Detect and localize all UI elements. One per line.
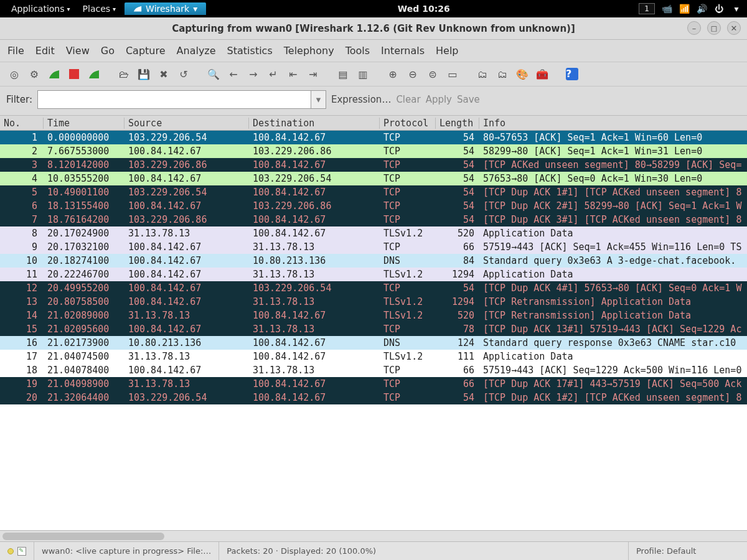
window-minimize-button[interactable]: – [687,21,701,35]
preferences-icon[interactable]: 🧰 [534,66,550,82]
packet-row[interactable]: 38.120142000103.229.206.86100.84.142.67T… [0,158,747,172]
menu-analyze[interactable]: Analyze [177,45,216,57]
packet-row[interactable]: 618.13155400100.84.142.67103.229.206.86T… [0,199,747,213]
horizontal-scrollbar[interactable] [0,530,747,541]
network-icon[interactable]: 📶 [679,4,690,14]
camera-icon[interactable]: 📹 [661,4,672,14]
packet-row[interactable]: 1120.22246700100.84.142.6731.13.78.13TLS… [0,268,747,281]
menu-tools[interactable]: Tools [345,45,370,57]
status-expert-info[interactable] [0,542,34,560]
menu-file[interactable]: File [7,45,24,57]
chevron-down-icon[interactable]: ▾ [731,4,742,14]
go-last-icon[interactable]: ⇥ [305,66,321,82]
gnome-active-app[interactable]: Wireshark ▾ [125,2,206,15]
cell-length: 54 [436,132,479,143]
packet-list[interactable]: No. Time Source Destination Protocol Len… [0,116,747,530]
packet-row[interactable]: 718.76164200103.229.206.86100.84.142.67T… [0,213,747,226]
cell-source: 103.229.206.86 [125,214,249,225]
colorize-icon[interactable]: ▤ [335,66,351,82]
expert-info-icon [7,548,14,554]
menu-internals[interactable]: Internals [381,45,425,57]
status-packets: Packets: 20 · Displayed: 20 (100.0%) [219,542,629,560]
cell-source: 100.84.142.67 [125,282,249,294]
cell-destination: 103.229.206.86 [249,146,380,157]
power-icon[interactable]: ⏻ [713,4,725,14]
packet-row[interactable]: 1821.04078400100.84.142.6731.13.78.13TCP… [0,363,747,377]
go-first-icon[interactable]: ⇤ [285,66,301,82]
col-destination[interactable]: Destination [249,118,380,129]
gnome-apps-menu[interactable]: Applications ▾ [5,4,77,14]
packet-row[interactable]: 920.17032100100.84.142.6731.13.78.13TCP6… [0,240,747,254]
packet-row[interactable]: 1521.02095600100.84.142.6731.13.78.13TCP… [0,322,747,336]
start-capture-icon[interactable] [46,66,62,82]
goto-icon[interactable]: ↵ [265,66,281,82]
stop-capture-icon[interactable] [66,66,82,82]
go-back-icon[interactable]: ← [225,66,242,82]
filter-dropdown-button[interactable]: ▾ [311,90,326,109]
filter-clear-button[interactable]: Clear [396,94,420,105]
packet-row[interactable]: 1621.0217390010.80.213.136100.84.142.67D… [0,336,747,350]
gnome-clock[interactable]: Wed 10:26 [209,4,639,14]
resize-columns-icon[interactable]: ▭ [444,66,461,82]
packet-row[interactable]: 1921.0409890031.13.78.13100.84.142.67TCP… [0,377,747,391]
autoscroll-icon[interactable]: ▥ [355,66,371,82]
volume-icon[interactable]: 🔊 [696,4,707,14]
reload-icon[interactable]: ↺ [176,66,192,82]
interfaces-icon[interactable]: ◎ [6,66,22,82]
packet-row[interactable]: 1020.18274100100.84.142.6710.80.213.136D… [0,254,747,268]
zoom-in-icon[interactable]: ⊕ [385,66,401,82]
window-close-button[interactable]: ✕ [727,21,741,35]
cell-destination: 31.13.78.13 [249,241,380,253]
menu-go[interactable]: Go [101,45,115,57]
packet-row[interactable]: 410.03555200100.84.142.67103.229.206.54T… [0,172,747,185]
cell-time: 21.02095600 [44,324,125,335]
cell-info: 57519→443 [ACK] Seq=1229 Ack=500 Win=116… [479,365,747,376]
menu-statistics[interactable]: Statistics [227,45,273,57]
coloring-rules-icon[interactable]: 🎨 [514,66,530,82]
workspace-indicator[interactable]: 1 [639,3,655,14]
status-profile[interactable]: Profile: Default [629,542,747,560]
filter-apply-button[interactable]: Apply [426,94,452,105]
packet-row[interactable]: 27.667553000100.84.142.67103.229.206.86T… [0,144,747,158]
col-protocol[interactable]: Protocol [380,118,436,129]
packet-row[interactable]: 1421.0208900031.13.78.13100.84.142.67TLS… [0,309,747,322]
options-icon[interactable]: ⚙ [26,66,42,82]
scrollbar-thumb[interactable] [2,533,164,540]
col-info[interactable]: Info [479,118,747,129]
packet-row[interactable]: 1721.0407450031.13.78.13100.84.142.67TLS… [0,350,747,363]
display-filters-icon[interactable]: 🗂 [494,66,510,82]
window-maximize-button[interactable]: ◻ [707,21,721,35]
zoom-reset-icon[interactable]: ⊜ [425,66,441,82]
restart-capture-icon[interactable] [86,66,102,82]
go-forward-icon[interactable]: → [245,66,261,82]
save-icon[interactable]: 💾 [136,66,152,82]
packet-row[interactable]: 1320.80758500100.84.142.6731.13.78.13TLS… [0,295,747,309]
cell-info: [TCP Retransmission] Application Data [479,310,747,321]
cell-time: 21.04074500 [44,351,125,362]
open-icon[interactable]: 🗁 [116,66,132,82]
packet-row[interactable]: 2021.32064400103.229.206.54100.84.142.67… [0,391,747,404]
menu-view[interactable]: View [66,45,90,57]
menu-edit[interactable]: Edit [35,45,55,57]
packet-row[interactable]: 820.1702490031.13.78.13100.84.142.67TLSv… [0,226,747,240]
gnome-places-menu[interactable]: Places ▾ [77,4,123,14]
packet-row[interactable]: 1220.49955200100.84.142.67103.229.206.54… [0,281,747,295]
packet-row[interactable]: 510.49001100103.229.206.54100.84.142.67T… [0,185,747,199]
help-icon[interactable]: ? [564,66,580,82]
zoom-out-icon[interactable]: ⊖ [405,66,421,82]
find-icon[interactable]: 🔍 [205,66,222,82]
col-source[interactable]: Source [125,118,249,129]
col-length[interactable]: Length [436,118,479,129]
filter-input[interactable] [37,90,311,109]
menu-help[interactable]: Help [436,45,458,57]
close-icon[interactable]: ✖ [156,66,172,82]
capture-filters-icon[interactable]: 🗂 [474,66,491,82]
menu-capture[interactable]: Capture [126,45,166,57]
col-time[interactable]: Time [44,118,125,129]
filter-save-button[interactable]: Save [457,94,480,105]
packet-row[interactable]: 10.000000000103.229.206.54100.84.142.67T… [0,131,747,144]
filter-expression-button[interactable]: Expression… [331,94,391,105]
menu-telephony[interactable]: Telephony [284,45,334,57]
col-no[interactable]: No. [0,118,44,129]
cell-protocol: TLSv1.2 [380,351,436,362]
